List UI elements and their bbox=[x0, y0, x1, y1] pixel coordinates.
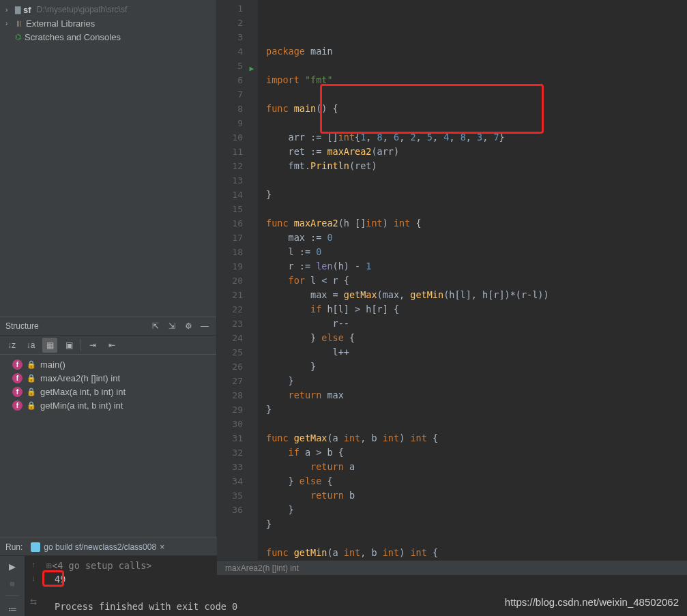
setup-calls[interactable]: <4 go setup calls> bbox=[52, 560, 151, 571]
sort-icon[interactable]: ↓z bbox=[4, 338, 19, 353]
run-tab[interactable]: go build sf/newclass2/class008 × bbox=[27, 540, 169, 555]
code-area[interactable]: package main import "fmt" func main() { … bbox=[258, 0, 687, 560]
autoscroll-from-icon[interactable]: ⇤ bbox=[104, 338, 119, 353]
project-root-path: D:\mysetup\gopath\src\sf bbox=[37, 5, 128, 14]
minimize-icon[interactable]: — bbox=[199, 320, 211, 332]
code-editor[interactable]: 12345▶6789101112131415161718192021222324… bbox=[217, 0, 687, 560]
lock-icon: 🔒 bbox=[27, 360, 36, 369]
up-icon[interactable]: ↑ bbox=[31, 560, 35, 570]
external-libraries-item[interactable]: › ⫼ External Libraries bbox=[0, 16, 216, 30]
go-icon bbox=[31, 542, 40, 552]
folder-icon: ▇ bbox=[15, 5, 20, 14]
structure-item-label: getMax(a int, b int) int bbox=[40, 387, 126, 397]
structure-title: Structure bbox=[5, 321, 145, 331]
highlight-box bbox=[320, 84, 544, 134]
function-badge-icon: f bbox=[12, 387, 23, 397]
watermark: https://blog.csdn.net/weixin_48502062 bbox=[505, 596, 679, 608]
function-badge-icon: f bbox=[12, 360, 23, 370]
chevron-right-icon: › bbox=[5, 6, 12, 14]
chevron-right-icon: › bbox=[5, 20, 12, 27]
project-root-name: sf bbox=[23, 5, 31, 15]
scratches-item[interactable]: ⌬ Scratches and Consoles bbox=[0, 30, 216, 44]
run-sidebar: ▶ ■ ≔ bbox=[0, 556, 25, 616]
autoscroll-to-icon[interactable]: ⇥ bbox=[85, 338, 100, 353]
expand-all-icon[interactable]: ⇱ bbox=[149, 320, 162, 332]
run-sidebar-2: ↑ ↓ ⇆ bbox=[25, 556, 42, 616]
external-libraries-label: External Libraries bbox=[26, 18, 95, 29]
scratches-icon: ⌬ bbox=[15, 33, 22, 42]
structure-list: f 🔒 main() f 🔒 maxArea2(h []int) int f 🔒… bbox=[0, 355, 216, 415]
collapse-all-icon[interactable]: ⇲ bbox=[166, 320, 178, 332]
project-root-item[interactable]: › ▇ sf D:\mysetup\gopath\src\sf bbox=[0, 3, 216, 16]
highlight-box bbox=[42, 570, 64, 587]
structure-item-label: getMin(a int, b int) int bbox=[40, 400, 123, 411]
lock-icon: 🔒 bbox=[27, 374, 36, 383]
project-tree: › ▇ sf D:\mysetup\gopath\src\sf › ⫼ Exte… bbox=[0, 0, 216, 46]
function-badge-icon: f bbox=[12, 373, 23, 383]
gutter: 12345▶6789101112131415161718192021222324… bbox=[217, 0, 258, 560]
structure-item-label: maxArea2(h []int) int bbox=[40, 373, 120, 383]
run-tab-label: go build sf/newclass2/class008 bbox=[44, 542, 156, 552]
layout-icon[interactable]: ≔ bbox=[6, 602, 18, 615]
structure-item[interactable]: f 🔒 getMin(a int, b int) int bbox=[0, 398, 216, 412]
left-column: › ▇ sf D:\mysetup\gopath\src\sf › ⫼ Exte… bbox=[0, 0, 217, 538]
structure-item-label: main() bbox=[40, 360, 65, 370]
sort-alpha-icon[interactable]: ↓a bbox=[23, 338, 38, 353]
close-icon[interactable]: × bbox=[160, 542, 164, 552]
structure-item[interactable]: f 🔒 maxArea2(h []int) int bbox=[0, 371, 216, 385]
down-icon[interactable]: ↓ bbox=[31, 574, 35, 583]
structure-item[interactable]: f 🔒 getMax(a int, b int) int bbox=[0, 385, 216, 398]
stop-icon[interactable]: ■ bbox=[6, 577, 18, 589]
lock-icon: 🔒 bbox=[27, 387, 36, 396]
structure-item[interactable]: f 🔒 main() bbox=[0, 357, 216, 371]
run-output-value: 49 bbox=[46, 572, 683, 586]
rerun-icon[interactable]: ▶ bbox=[6, 560, 18, 572]
lock-icon: 🔒 bbox=[27, 401, 36, 410]
scratches-label: Scratches and Consoles bbox=[25, 32, 121, 42]
structure-header: Structure ⇱ ⇲ ⚙ — bbox=[0, 317, 216, 336]
softwrap-icon[interactable]: ⇆ bbox=[30, 597, 37, 606]
library-icon: ⫼ bbox=[15, 18, 23, 28]
function-badge-icon: f bbox=[12, 400, 23, 411]
settings-icon[interactable]: ⚙ bbox=[182, 320, 194, 332]
structure-toolbar: ↓z ↓a ▦ ▣ ⇥ ⇤ bbox=[0, 336, 216, 355]
run-label: Run: bbox=[5, 542, 23, 552]
folder-view-icon[interactable]: ▣ bbox=[61, 338, 76, 353]
filter-icon[interactable]: ▦ bbox=[42, 338, 57, 353]
